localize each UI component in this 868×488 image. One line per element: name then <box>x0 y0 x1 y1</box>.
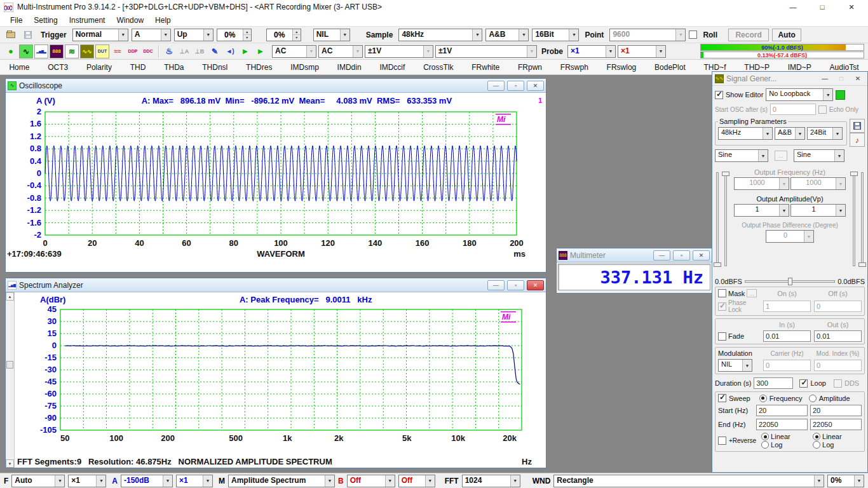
calibration-probe-icon[interactable]: ✎ <box>208 44 222 58</box>
trigger-marker[interactable]: 1 <box>538 97 542 104</box>
tab-frwhite[interactable]: FRwhite <box>469 62 502 73</box>
reference-a-icon[interactable]: ⊥A <box>177 44 191 58</box>
generator-bits-combo[interactable]: 24Bit <box>807 127 843 140</box>
level-slider-a-inner[interactable] <box>724 172 727 266</box>
loopback-combo[interactable]: No Loopback <box>766 88 833 101</box>
scroll-up-icon[interactable]: ▲ <box>6 292 14 301</box>
tab-thdres[interactable]: THDres <box>243 62 275 73</box>
sweep-start-b-input[interactable]: 20 <box>810 405 862 416</box>
tab-frpwn[interactable]: FRpwn <box>515 62 545 73</box>
sweep-amplitude-radio[interactable] <box>809 395 817 402</box>
multimeter-titlebar[interactable]: 888 Multimeter — ▫ ✕ <box>557 248 712 262</box>
amplitude-axis-combo[interactable]: -150dB <box>121 475 173 487</box>
open-file-icon[interactable] <box>4 28 18 42</box>
waveform-a-combo[interactable]: Sine <box>715 149 768 162</box>
channel-b-combo[interactable]: Off <box>347 475 395 487</box>
frequency-zoom-combo[interactable]: ×1 <box>68 475 106 487</box>
hot-panel-icon[interactable]: ♨ <box>162 44 176 58</box>
balance-slider[interactable] <box>745 280 835 283</box>
tab-frswph[interactable]: FRswph <box>558 62 591 73</box>
amplitude-a-combo[interactable]: 1 <box>734 204 789 217</box>
sweep-end-b-input[interactable]: 22050 <box>810 419 862 430</box>
tab-oct3[interactable]: OCT3 <box>45 62 71 73</box>
sweep-start-a-input[interactable]: 20 <box>756 405 808 416</box>
sample-rate-combo[interactable]: 48kHz <box>398 29 482 41</box>
spectrum-titlebar[interactable]: ▂▅▇ Spectrum Analyzer — ▫ ✕ <box>6 278 546 292</box>
menu-item-setting[interactable]: Setting <box>29 15 62 26</box>
trigger-level-spinner[interactable]: 0%▲▼ <box>217 29 252 41</box>
minimize-icon[interactable]: — <box>487 81 505 91</box>
fade-out-input[interactable]: 0.01 <box>814 330 862 342</box>
menu-item-instrument[interactable]: Instrument <box>64 15 111 26</box>
reverse-checkbox[interactable] <box>718 437 726 445</box>
tab-imdccif[interactable]: IMDccif <box>377 62 407 73</box>
generator-note-button[interactable]: ♪ <box>850 133 865 147</box>
waveform-b-combo[interactable]: Sine <box>794 149 844 162</box>
frequency-axis-combo[interactable]: Auto <box>11 475 65 487</box>
close-icon[interactable]: ✕ <box>851 73 865 85</box>
menu-item-help[interactable]: Help <box>150 15 176 26</box>
signal-generator-icon[interactable]: ∿∿ <box>80 44 94 58</box>
level-slider-b-outer[interactable] <box>861 172 864 266</box>
generator-channels-combo[interactable]: A&B <box>775 127 805 140</box>
minimize-icon[interactable]: — <box>818 73 832 85</box>
sample-bits-combo[interactable]: 16Bit <box>532 29 579 41</box>
restore-icon[interactable]: ▫ <box>507 280 524 290</box>
auto-button[interactable]: Auto <box>772 29 801 41</box>
sweep-frequency-radio[interactable] <box>759 395 767 402</box>
data-logger-icon[interactable]: ≋ <box>65 44 79 58</box>
minimize-icon[interactable]: — <box>780 1 806 13</box>
sweep-b-linear-radio[interactable] <box>813 433 820 440</box>
trigger-delay-spinner[interactable]: 0%▲▼ <box>266 29 301 41</box>
roll-checkbox[interactable] <box>689 30 697 39</box>
maximize-icon[interactable]: □ <box>810 1 835 13</box>
mask-checkbox[interactable] <box>718 289 726 297</box>
spectrum-analyzer-icon[interactable]: ▂▅▇▃ <box>34 44 48 58</box>
fade-checkbox[interactable] <box>718 332 726 341</box>
ddp-viewer-icon[interactable]: DDP <box>126 44 140 58</box>
tab-thda[interactable]: THDa <box>161 62 186 73</box>
amplitude-b-combo[interactable]: 1 <box>790 204 846 217</box>
duration-input[interactable]: 300 <box>754 377 793 389</box>
overlap-combo[interactable]: 0% <box>827 475 864 487</box>
ddc-icon[interactable]: DDC <box>141 44 155 58</box>
sweep-b-log-radio[interactable] <box>813 441 820 449</box>
trigger-mode-combo[interactable]: Normal <box>72 29 128 41</box>
channel-b2-combo[interactable]: Off <box>398 475 435 487</box>
menu-item-file[interactable]: File <box>5 15 27 26</box>
generator-rate-combo[interactable]: 48kHz <box>718 127 773 140</box>
trigger-hpf-combo[interactable]: NIL <box>313 29 350 41</box>
level-slider-a-outer[interactable] <box>716 172 719 266</box>
measurement-mode-combo[interactable]: Amplitude Spectrum <box>228 475 335 487</box>
probe-b-combo[interactable]: ×1 <box>618 45 666 58</box>
restore-icon[interactable]: ▫ <box>673 250 690 261</box>
generator-run-indicator[interactable] <box>836 90 845 100</box>
probe-a-combo[interactable]: ×1 <box>567 45 616 58</box>
spectrum-vertical-scrollbar[interactable]: ▲ ▼ <box>6 292 15 468</box>
modulation-combo[interactable]: NIL <box>718 359 752 372</box>
window-function-combo[interactable]: Rectangle <box>553 475 824 487</box>
tab-imddin[interactable]: IMDdin <box>335 62 364 73</box>
minimize-icon[interactable]: — <box>653 250 670 261</box>
loop-checkbox[interactable] <box>799 379 808 388</box>
close-icon[interactable]: ✕ <box>527 280 544 290</box>
oscilloscope-icon[interactable]: ∿ <box>19 44 33 58</box>
tab-imdsmp[interactable]: IMDsmp <box>288 62 322 73</box>
tab-home[interactable]: Home <box>6 62 32 73</box>
sweep-a-linear-radio[interactable] <box>761 433 769 440</box>
reference-b-icon[interactable]: ⊥B <box>193 44 207 58</box>
sweep-a-log-radio[interactable] <box>761 441 769 449</box>
tab-thdnsl[interactable]: THDnsl <box>200 62 230 73</box>
trigger-edge-combo[interactable]: Up <box>174 29 214 41</box>
tab-bodeplot[interactable]: BodePlot <box>652 62 688 73</box>
close-icon[interactable]: ✕ <box>527 81 544 91</box>
amplitude-zoom-combo[interactable]: ×1 <box>176 475 213 487</box>
close-icon[interactable]: ✕ <box>839 1 864 13</box>
multimeter-icon[interactable]: 888 <box>50 44 64 58</box>
tab-thd[interactable]: THD <box>128 62 149 73</box>
tab-polarity[interactable]: Polarity <box>84 62 114 73</box>
fade-in-input[interactable]: 0.01 <box>763 330 811 342</box>
oscilloscope-titlebar[interactable]: ∿ Oscilloscope — ▫ ✕ <box>6 79 546 93</box>
sweep-checkbox[interactable] <box>718 394 726 402</box>
start-icon[interactable]: ► <box>238 44 252 58</box>
